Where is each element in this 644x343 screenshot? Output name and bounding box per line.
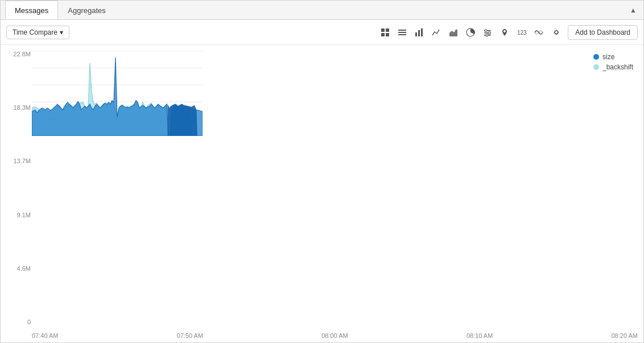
pie-chart-icon[interactable] [463,25,478,40]
y-label-4: 4.6M [17,265,31,272]
svg-rect-5 [398,32,406,33]
bar-chart-icon[interactable] [412,25,427,40]
legend-dot-size [593,54,599,60]
svg-rect-2 [381,33,385,36]
y-label-0: 22.8M [13,51,31,57]
legend-item-size: size [593,53,633,61]
list-icon[interactable] [395,25,410,40]
add-to-dashboard-button[interactable]: Add to Dashboard [568,25,638,40]
time-compare-button[interactable]: Time Compare ▾ [6,26,69,39]
x-label-1: 07:50 AM [177,332,203,339]
svg-point-15 [485,29,487,31]
svg-rect-6 [398,34,406,35]
scroll-up-icon[interactable]: ▲ [628,5,639,16]
x-label-2: 08:00 AM [321,332,348,339]
chart-svg [32,51,203,136]
y-axis: 22.8M 18.3M 13.7M 9.1M 4.6M 0 [3,51,31,325]
y-label-3: 9.1M [17,212,31,218]
x-label-0: 07:40 AM [32,332,58,339]
svg-rect-8 [418,30,420,36]
svg-rect-4 [398,30,406,31]
y-label-5: 0 [27,319,31,325]
legend-label-backshift: _backshift [602,63,633,71]
x-label-3: 08:10 AM [467,332,493,339]
svg-marker-10 [449,29,457,36]
tab-bar: Messages Aggregates ▲ [1,1,643,20]
flow-icon[interactable] [531,25,546,40]
svg-rect-1 [386,28,389,32]
y-label-2: 13.7M [13,158,31,164]
legend: size _backshift [593,53,633,71]
tabs: Messages Aggregates [5,1,115,19]
number-icon[interactable]: 123 [514,25,529,40]
time-compare-label: Time Compare [13,28,57,36]
gear-icon[interactable] [548,25,563,40]
toolbar: Time Compare ▾ [1,20,643,45]
svg-rect-0 [381,28,385,32]
chevron-down-icon: ▾ [60,28,63,36]
tab-aggregates[interactable]: Aggregates [58,1,115,19]
marker-icon[interactable] [497,25,512,40]
svg-point-18 [503,30,506,32]
svg-rect-7 [415,32,417,36]
legend-dot-backshift [593,64,599,70]
svg-point-17 [486,34,488,36]
sliders-icon[interactable] [480,25,495,40]
svg-text:123: 123 [517,30,527,36]
y-label-1: 18.3M [13,104,31,111]
svg-point-16 [488,31,490,34]
area-chart-icon[interactable] [446,25,461,40]
chart-area: 22.8M 18.3M 13.7M 9.1M 4.6M 0 07:40 AM 0… [1,45,643,342]
legend-label-size: size [602,53,614,61]
svg-rect-3 [386,33,389,36]
svg-rect-9 [421,28,423,36]
main-panel: Messages Aggregates ▲ Time Compare ▾ [0,0,644,343]
line-chart-icon[interactable] [429,25,444,40]
tab-messages[interactable]: Messages [5,1,58,19]
x-label-4: 08:20 AM [612,332,638,339]
legend-item-backshift: _backshift [593,63,633,71]
table-icon[interactable] [378,25,393,40]
x-axis: 07:40 AM 07:50 AM 08:00 AM 08:10 AM 08:2… [32,332,638,339]
